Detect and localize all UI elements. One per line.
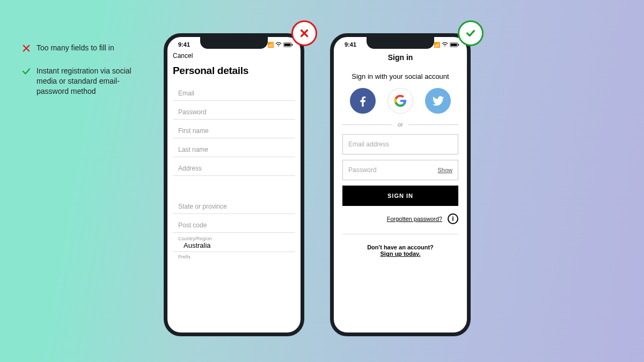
- no-account-text: Don't have an account?: [334, 244, 467, 250]
- status-time: 9:41: [178, 41, 190, 48]
- show-password-button[interactable]: Show: [437, 167, 452, 173]
- annotation-good: Instant registration via social media or…: [21, 66, 145, 97]
- x-icon: [21, 43, 31, 53]
- cancel-button[interactable]: Cancel: [173, 52, 193, 60]
- wifi-icon: [275, 42, 282, 47]
- status-right: 📶: [434, 42, 459, 48]
- signup-link[interactable]: Sign up today.: [334, 250, 467, 257]
- signal-icon: 📶: [434, 42, 440, 48]
- annotation-good-text: Instant registration via social media or…: [36, 66, 145, 97]
- page-title: Sign in: [334, 52, 467, 66]
- svg-rect-5: [458, 44, 459, 46]
- password-field[interactable]: Password Show: [342, 160, 458, 180]
- password-placeholder: Password: [348, 166, 377, 174]
- twitter-button[interactable]: [425, 88, 451, 114]
- password-field[interactable]: Password: [173, 101, 295, 120]
- annotation-bad-text: Too many fields to fill in: [36, 43, 114, 53]
- check-icon: [465, 27, 477, 39]
- status-right: 📶: [267, 42, 293, 48]
- state-field[interactable]: State or province: [173, 195, 295, 214]
- twitter-icon: [431, 94, 445, 108]
- signal-icon: 📶: [267, 42, 274, 48]
- last-name-field[interactable]: Last name: [173, 138, 295, 157]
- country-field[interactable]: Australia: [173, 241, 295, 252]
- wifi-icon: [442, 42, 448, 47]
- status-time: 9:41: [345, 41, 356, 48]
- phone-notch: [367, 37, 434, 49]
- first-name-field[interactable]: First name: [173, 120, 295, 138]
- annotations-panel: Too many fields to fill in Instant regis…: [21, 43, 145, 109]
- address-field[interactable]: Address: [173, 157, 295, 176]
- page-title: Personal details: [167, 63, 301, 82]
- bad-badge: [291, 20, 317, 46]
- email-field[interactable]: Email: [173, 82, 295, 101]
- page-subtitle: Sign in with your social account: [334, 66, 467, 88]
- phone-notch: [200, 37, 268, 49]
- divider: [342, 234, 458, 234]
- svg-rect-2: [292, 44, 293, 46]
- or-text: or: [398, 121, 403, 128]
- email-field[interactable]: Email address: [342, 134, 458, 154]
- or-divider: or: [334, 121, 467, 134]
- facebook-icon: [356, 94, 370, 108]
- x-icon: [298, 27, 310, 39]
- check-icon: [21, 67, 31, 76]
- signin-button[interactable]: SIGN IN: [342, 186, 458, 206]
- svg-rect-1: [284, 43, 291, 46]
- svg-rect-4: [451, 43, 457, 46]
- country-label: Country/Region: [167, 233, 301, 241]
- battery-icon: [283, 42, 293, 47]
- battery-icon: [450, 42, 459, 47]
- annotation-bad: Too many fields to fill in: [21, 43, 145, 53]
- google-icon: [394, 94, 407, 107]
- facebook-button[interactable]: [350, 88, 376, 114]
- phone-bad: 9:41 📶 Cancel Personal details Email Pas…: [164, 33, 304, 336]
- good-badge: [458, 20, 484, 46]
- google-button[interactable]: [387, 88, 413, 114]
- info-icon[interactable]: i: [448, 213, 458, 224]
- prefix-label: Prefix: [167, 252, 301, 260]
- postcode-field[interactable]: Post code: [173, 214, 295, 233]
- forgot-password-link[interactable]: Forgotten password?: [387, 216, 442, 222]
- email-placeholder: Email address: [348, 141, 389, 148]
- phone-good: 9:41 📶 Sign in Sign in with your social …: [330, 33, 471, 336]
